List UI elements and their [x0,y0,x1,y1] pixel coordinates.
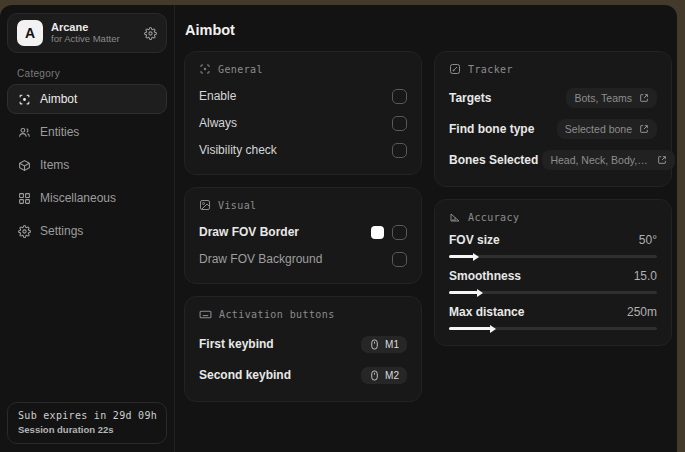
draw-fov-border-label: Draw FOV Border [199,225,299,239]
first-keybind-label: First keybind [199,337,274,351]
entities-icon [18,126,31,139]
second-keybind-button[interactable]: M2 [361,367,407,384]
section-title: Tracker [468,64,513,75]
keyboard-icon [199,308,212,321]
sidebar-item-label: Miscellaneous [40,191,116,205]
visibility-check-checkbox[interactable] [392,143,407,158]
enable-checkbox[interactable] [392,89,407,104]
crosshair-icon [18,93,31,106]
targets-label: Targets [449,91,491,105]
sub-expires-text: Sub expires in 29d 09h [18,410,156,421]
sidebar-item-label: Items [40,158,69,172]
targets-select[interactable]: Bots, Teams [566,88,657,108]
expand-icon [639,124,649,134]
targets-value: Bots, Teams [574,92,632,104]
keybind-value: M2 [385,370,399,381]
crosshair-icon [199,63,211,75]
always-label: Always [199,116,237,130]
sidebar-item-aimbot[interactable]: Aimbot [7,84,167,114]
visibility-check-row: Visibility check [199,139,407,161]
fov-size-row: FOV size 50° [449,233,657,258]
triangle-ruler-icon [449,211,461,223]
sidebar-item-miscellaneous[interactable]: Miscellaneous [7,183,167,213]
fov-size-value: 50° [639,233,657,247]
max-distance-value: 250m [627,305,657,319]
main-content: Aimbot General [175,5,677,452]
always-row: Always [199,112,407,134]
app-logo: A [17,20,43,46]
max-distance-row: Max distance 250m [449,305,657,330]
max-distance-slider[interactable] [449,327,657,330]
second-keybind-label: Second keybind [199,368,291,382]
section-title: Accuracy [468,212,519,223]
image-icon [199,199,211,211]
category-nav: Aimbot Entities Items [7,84,167,246]
always-checkbox[interactable] [392,116,407,131]
second-keybind-row: Second keybind M2 [199,362,407,388]
smoothness-label: Smoothness [449,269,521,283]
category-label: Category [17,68,167,79]
section-title: Visual [218,200,257,211]
smoothness-row: Smoothness 15.0 [449,269,657,294]
page-title: Aimbot [185,22,672,38]
fov-size-slider[interactable] [449,255,657,258]
targets-row: Targets Bots, Teams [449,85,657,111]
brand-name: Arcane [51,21,136,34]
sidebar-item-label: Settings [40,224,83,238]
slider-thumb[interactable] [490,325,496,333]
accuracy-section: Accuracy FOV size 50° [434,199,672,346]
find-bone-type-select[interactable]: Selected bone [557,119,657,139]
app-window: A Arcane for Active Matter Category [0,5,677,452]
bones-selected-row: Bones Selected Head, Neck, Body, Pe.. [449,147,657,173]
draw-fov-border-checkbox[interactable] [392,225,407,240]
section-title: General [218,64,263,75]
fov-size-label: FOV size [449,233,500,247]
find-bone-type-row: Find bone type Selected bone [449,116,657,142]
smoothness-slider[interactable] [449,291,657,294]
first-keybind-row: First keybind M1 [199,331,407,357]
expand-icon [657,155,667,165]
enable-row: Enable [199,85,407,107]
activation-buttons-section: Activation buttons First keybind M1 [184,296,422,402]
sidebar: A Arcane for Active Matter Category [0,5,175,452]
sidebar-item-items[interactable]: Items [7,150,167,180]
find-bone-type-value: Selected bone [565,123,632,135]
mouse-icon [369,339,380,350]
expand-icon [639,93,649,103]
bones-selected-label: Bones Selected [449,153,538,167]
draw-fov-background-label: Draw FOV Background [199,252,322,266]
visual-section: Visual Draw FOV Border Draw FOV Backgrou… [184,187,422,284]
slider-thumb[interactable] [477,289,483,297]
brand-subtitle: for Active Matter [51,34,136,45]
cube-icon [18,159,31,172]
radar-icon [449,63,461,75]
brand-card: A Arcane for Active Matter [7,13,167,53]
max-distance-label: Max distance [449,305,524,319]
gear-icon[interactable] [144,27,157,40]
keybind-value: M1 [385,339,399,350]
layout-grid-icon [18,192,31,205]
enable-label: Enable [199,89,236,103]
find-bone-type-label: Find bone type [449,122,534,136]
draw-fov-border-row: Draw FOV Border [199,221,407,243]
sidebar-item-entities[interactable]: Entities [7,117,167,147]
sidebar-item-label: Aimbot [40,92,77,106]
sidebar-item-label: Entities [40,125,79,139]
general-section: General Enable Always Visibility check [184,51,422,175]
section-title: Activation buttons [219,309,335,320]
draw-fov-background-checkbox[interactable] [392,252,407,267]
session-duration-text: Session duration 22s [18,424,156,435]
visibility-check-label: Visibility check [199,143,277,157]
smoothness-value: 15.0 [634,269,657,283]
mouse-icon [369,370,380,381]
bones-selected-select[interactable]: Head, Neck, Body, Pe.. [542,150,675,170]
bones-selected-value: Head, Neck, Body, Pe.. [550,154,650,166]
draw-fov-background-row: Draw FOV Background [199,248,407,270]
sidebar-item-settings[interactable]: Settings [7,216,167,246]
fov-border-color-swatch[interactable] [371,226,384,239]
slider-thumb[interactable] [473,253,479,261]
tracker-section: Tracker Targets Bots, Teams [434,51,672,187]
first-keybind-button[interactable]: M1 [361,336,407,353]
gear-icon [18,225,31,238]
subscription-card: Sub expires in 29d 09h Session duration … [7,402,167,444]
